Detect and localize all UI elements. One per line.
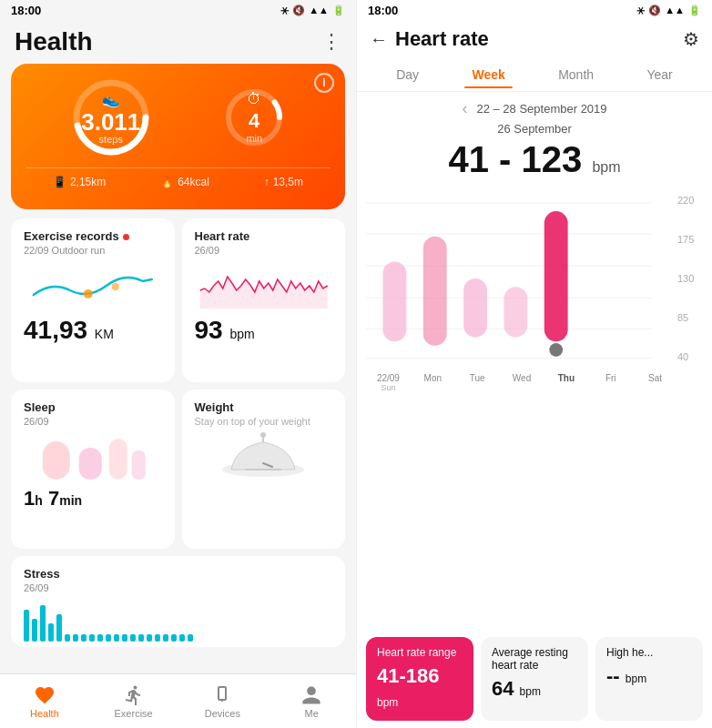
back-button[interactable]: ← bbox=[370, 29, 388, 50]
activity-card: i 👟 3.011 steps bbox=[11, 64, 345, 209]
weight-card[interactable]: Weight Stay on top of your weight bbox=[182, 389, 346, 548]
date-selected: 26 September bbox=[357, 122, 712, 136]
status-bar-right: 18:00 ⚹ 🔇 ▲▲ 🔋 bbox=[357, 0, 712, 20]
day-label-mon: Mon bbox=[411, 373, 455, 392]
stress-bar-12 bbox=[114, 634, 119, 642]
tab-day[interactable]: Day bbox=[389, 62, 426, 87]
stress-bar-5 bbox=[56, 614, 62, 642]
right-header: ← Heart rate ⚙ bbox=[357, 20, 712, 58]
sleep-visual bbox=[24, 434, 162, 480]
stress-bar-16 bbox=[147, 634, 152, 642]
stress-date: 26/09 bbox=[24, 582, 332, 593]
nav-me[interactable]: Me bbox=[267, 674, 356, 728]
sleep-title: Sleep bbox=[24, 400, 162, 414]
tab-week[interactable]: Week bbox=[464, 62, 512, 87]
timer-icon: ⏱ bbox=[247, 91, 261, 107]
active-label: min bbox=[246, 133, 262, 144]
left-panel: 18:00 ⚹ 🔇 ▲▲ 🔋 Health ⋮ i bbox=[0, 0, 356, 728]
tabs: Day Week Month Year bbox=[357, 58, 712, 92]
stress-bars bbox=[24, 601, 332, 642]
nav-devices-label: Devices bbox=[205, 708, 240, 719]
status-bar-left: 18:00 ⚹ 🔇 ▲▲ 🔋 bbox=[0, 0, 356, 20]
cards-grid: Exercise records 22/09 Outdoor run 41,93… bbox=[11, 218, 345, 673]
svg-rect-8 bbox=[109, 439, 127, 480]
svg-point-26 bbox=[549, 343, 563, 357]
weight-title: Weight bbox=[195, 400, 333, 414]
heart-rate-unit: bpm bbox=[229, 327, 254, 341]
app-header: Health ⋮ bbox=[0, 20, 356, 64]
nav-health[interactable]: Health bbox=[0, 674, 89, 728]
stress-bar-10 bbox=[97, 634, 103, 642]
active-time-metric: ⏱ 4 min bbox=[222, 86, 286, 149]
day-label-wed: Wed bbox=[500, 373, 544, 392]
stress-card[interactable]: Stress 26/09 bbox=[11, 556, 345, 647]
health-icon bbox=[34, 684, 56, 706]
stress-bar-14 bbox=[130, 634, 136, 642]
right-title: Heart rate bbox=[395, 27, 489, 51]
stress-bar-9 bbox=[89, 634, 95, 642]
exercise-dot bbox=[123, 234, 129, 240]
heart-rate-date: 26/09 bbox=[195, 245, 333, 256]
heart-rate-card[interactable]: Heart rate 26/09 93 bpm bbox=[182, 218, 346, 382]
day-label-sun: 22/09 Sun bbox=[366, 373, 411, 392]
stress-bar-6 bbox=[65, 634, 70, 642]
heart-rate-sparkline bbox=[195, 263, 333, 308]
exercise-date: 22/09 Outdoor run bbox=[24, 245, 162, 256]
heart-rate-range-card: Heart rate range 41-186 bpm bbox=[366, 637, 473, 721]
svg-point-12 bbox=[260, 432, 266, 438]
menu-button[interactable]: ⋮ bbox=[321, 30, 341, 54]
day-label-fri: Fri bbox=[588, 373, 633, 392]
info-icon[interactable]: i bbox=[314, 73, 334, 93]
time-left: 18:00 bbox=[11, 4, 41, 17]
bluetooth-icon: ⚹ bbox=[280, 5, 289, 16]
heart-rate-title: Heart rate bbox=[195, 229, 333, 243]
stress-bar-2 bbox=[32, 619, 37, 642]
high-hr-card: High he... -- bpm bbox=[595, 637, 703, 721]
sleep-date: 26/09 bbox=[24, 416, 162, 427]
exercise-unit: KM bbox=[95, 327, 114, 341]
battery-icon: 🔋 bbox=[332, 5, 345, 16]
me-icon bbox=[300, 684, 322, 706]
svg-point-5 bbox=[112, 283, 119, 290]
exercise-card[interactable]: Exercise records 22/09 Outdoor run 41,93… bbox=[11, 218, 175, 382]
avg-resting-card: Average resting heart rate 64 bpm bbox=[481, 637, 588, 721]
mute-icon: 🔇 bbox=[292, 5, 305, 16]
chart-container: 220 175 130 85 40 bbox=[366, 187, 703, 369]
stress-bar-4 bbox=[48, 623, 54, 642]
right-panel: 18:00 ⚹ 🔇 ▲▲ 🔋 ← Heart rate ⚙ Day Week M… bbox=[356, 0, 712, 728]
stress-bar-7 bbox=[73, 634, 78, 642]
svg-rect-9 bbox=[132, 450, 146, 480]
steps-ring: 👟 3.011 steps bbox=[70, 76, 152, 158]
status-icons-left: ⚹ 🔇 ▲▲ 🔋 bbox=[280, 5, 345, 16]
day-labels: 22/09 Sun Mon Tue Wed Thu Fri Sat bbox=[366, 373, 677, 392]
date-navigation: ‹ 22 – 28 September 2019 bbox=[357, 92, 712, 120]
distance-value: 2,15km bbox=[70, 176, 106, 188]
nav-exercise[interactable]: Exercise bbox=[89, 674, 178, 728]
svg-rect-22 bbox=[423, 237, 447, 346]
stress-bar-3 bbox=[40, 605, 46, 642]
bottom-nav: Health Exercise Devices Me bbox=[0, 673, 356, 728]
elevation-icon: ↑ bbox=[264, 176, 270, 188]
devices-icon bbox=[211, 684, 233, 706]
svg-rect-6 bbox=[43, 441, 70, 480]
steps-label: steps bbox=[99, 134, 123, 145]
settings-button[interactable]: ⚙ bbox=[683, 28, 699, 50]
avg-resting-value: 64 bpm bbox=[492, 677, 577, 701]
svg-point-4 bbox=[84, 289, 93, 298]
activity-circles: 👟 3.011 steps ⏱ 4 min bbox=[25, 76, 331, 158]
sleep-card[interactable]: Sleep 26/09 1h 7min bbox=[11, 389, 175, 548]
chart-svg-wrapper bbox=[366, 187, 652, 369]
prev-date-button[interactable]: ‹ bbox=[462, 99, 467, 118]
distance-icon: 📱 bbox=[53, 176, 66, 188]
tab-year[interactable]: Year bbox=[639, 62, 679, 87]
active-value: 4 bbox=[249, 109, 259, 133]
elevation-value: 13,5m bbox=[273, 176, 303, 188]
signal-icon: ▲▲ bbox=[309, 5, 329, 15]
nav-devices[interactable]: Devices bbox=[178, 674, 268, 728]
calories-icon: 🔥 bbox=[160, 176, 174, 188]
sleep-value: 1h 7min bbox=[24, 487, 162, 511]
stress-bar-13 bbox=[122, 634, 127, 642]
tab-month[interactable]: Month bbox=[551, 62, 601, 87]
stress-bar-19 bbox=[171, 634, 177, 642]
exercise-value: 41,93 KM bbox=[24, 316, 162, 345]
